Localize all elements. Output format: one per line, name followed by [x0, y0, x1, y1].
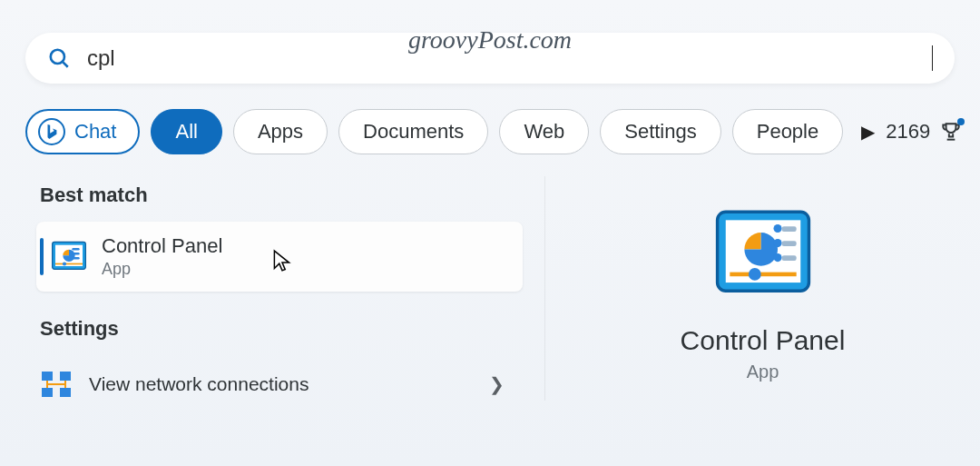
- svg-rect-11: [42, 388, 53, 397]
- filter-documents[interactable]: Documents: [338, 109, 488, 154]
- svg-rect-20: [781, 255, 796, 261]
- svg-rect-16: [781, 226, 796, 232]
- results-area: Best match Control Panel App: [0, 176, 980, 401]
- chevron-right-icon: ❯: [489, 373, 505, 395]
- results-left-column: Best match Control Panel App: [0, 176, 544, 401]
- result-title: Control Panel: [102, 234, 222, 258]
- svg-rect-18: [781, 241, 796, 246]
- settings-item-label: View network connections: [89, 373, 309, 395]
- bing-icon: [38, 118, 65, 145]
- svg-point-15: [773, 224, 781, 233]
- mouse-cursor-icon: [272, 249, 292, 278]
- result-text: Control Panel App: [102, 234, 222, 279]
- control-panel-large-icon: [713, 203, 813, 303]
- more-filters-arrow-icon[interactable]: ▶: [861, 121, 875, 143]
- svg-rect-6: [72, 257, 79, 260]
- svg-point-8: [63, 262, 66, 265]
- svg-rect-4: [72, 248, 79, 251]
- search-icon: [47, 46, 71, 70]
- svg-line-1: [63, 62, 67, 66]
- filter-web[interactable]: Web: [499, 109, 589, 154]
- filter-settings[interactable]: Settings: [600, 109, 721, 154]
- svg-point-0: [51, 50, 64, 64]
- svg-point-22: [748, 268, 760, 281]
- rewards-points: 2169: [886, 120, 930, 144]
- search-bar[interactable]: cpl: [25, 33, 955, 84]
- result-subtitle: App: [102, 260, 222, 279]
- network-connections-icon: [40, 368, 73, 401]
- chat-label: Chat: [74, 120, 116, 144]
- svg-rect-12: [60, 388, 71, 397]
- svg-rect-9: [42, 372, 53, 381]
- text-caret: [932, 45, 933, 71]
- trophy-icon: [939, 120, 963, 144]
- rewards-counter[interactable]: 2169: [886, 120, 974, 144]
- detail-subtitle: App: [747, 362, 779, 382]
- svg-rect-10: [60, 372, 71, 381]
- detail-title: Control Panel: [681, 325, 846, 356]
- filter-apps[interactable]: Apps: [233, 109, 328, 154]
- svg-rect-21: [730, 273, 796, 277]
- filter-row: Chat All Apps Documents Web Settings Peo…: [25, 109, 955, 154]
- filter-people[interactable]: People: [732, 109, 844, 154]
- best-match-result[interactable]: Control Panel App: [36, 222, 523, 292]
- settings-header: Settings: [40, 317, 544, 341]
- detail-panel: Control Panel App: [544, 176, 980, 401]
- svg-rect-5: [72, 253, 79, 255]
- settings-result-network[interactable]: View network connections ❯: [36, 355, 523, 401]
- svg-point-17: [773, 239, 781, 247]
- chat-button[interactable]: Chat: [25, 109, 140, 154]
- best-match-header: Best match: [40, 183, 544, 207]
- svg-point-19: [773, 253, 781, 262]
- control-panel-icon: [51, 239, 87, 275]
- svg-rect-7: [55, 263, 83, 264]
- filter-all[interactable]: All: [151, 109, 221, 154]
- search-input[interactable]: cpl: [87, 45, 936, 71]
